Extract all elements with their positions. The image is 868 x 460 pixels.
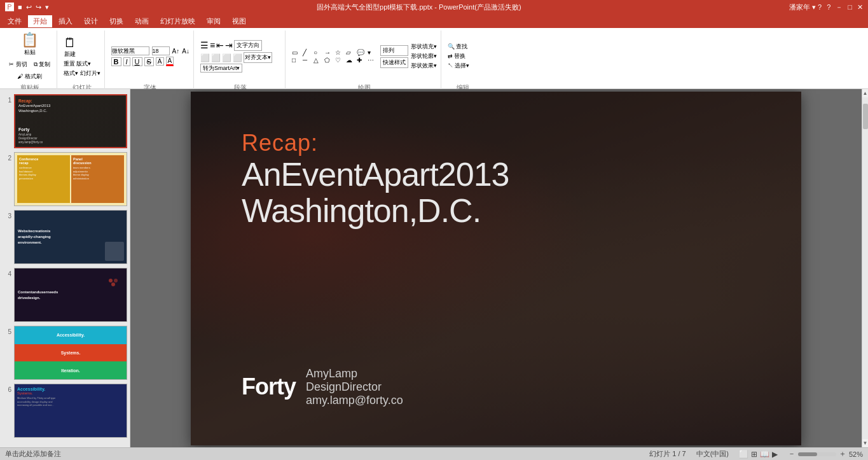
layout-button[interactable]: 版式▾ — [76, 60, 91, 68]
user-info[interactable]: 潘家年 ▾ ? — [789, 3, 822, 12]
clipboard-content: 📋 粘贴 ✂ 剪切 ⧉ 复制 🖌 格式刷 — [6, 31, 53, 82]
canvas-area: Recap: AnEventApart2013 Washington,D.C. … — [130, 89, 862, 447]
view-buttons: ⬜ ⊞ 📖 ▶ — [739, 450, 778, 459]
slide-thumb-1[interactable]: 1 Recap: AnEventApart2013Washington,D.C.… — [3, 94, 127, 148]
list-num-button[interactable]: ≡ — [210, 40, 215, 51]
bold-button[interactable]: B — [111, 57, 121, 66]
align-left-button[interactable]: ⬜ — [200, 53, 210, 62]
find-button[interactable]: 🔍 查找 — [448, 43, 470, 51]
paragraph-content: ☰ ≡ ⇤ ⇥ 文字方向 ⬜ ⬜ ⬜ ⬜ 对齐文本▾ 转为SmartAr — [200, 31, 281, 82]
shape-arrow[interactable]: → — [324, 49, 334, 56]
underline-button[interactable]: U — [132, 57, 142, 66]
scroll-down-arrow[interactable]: ▼ — [863, 440, 868, 446]
smartart-button[interactable]: 转为SmartArt▾ — [200, 64, 243, 73]
strikethrough-button[interactable]: S — [144, 57, 154, 66]
font-family-input[interactable] — [111, 46, 149, 55]
arrange-button[interactable]: 排列 — [380, 45, 408, 56]
svg-point-0 — [109, 279, 113, 282]
shape-penta[interactable]: ⬠ — [324, 57, 334, 64]
list-bullet-button[interactable]: ☰ — [200, 40, 209, 51]
slide-panel: 1 Recap: AnEventApart2013Washington,D.C.… — [0, 89, 130, 447]
zoom-control: － ＋ 52% — [788, 449, 863, 459]
shape-cross[interactable]: ✚ — [357, 57, 367, 64]
scroll-up-arrow[interactable]: ▲ — [863, 90, 868, 96]
font-size-input[interactable] — [152, 46, 170, 55]
align-text-button[interactable]: 对齐文本▾ — [244, 52, 272, 63]
reset-button[interactable]: 重置 — [64, 60, 75, 68]
scroll-track[interactable] — [862, 97, 868, 439]
select-button[interactable]: ↖ 选择▾ — [448, 62, 470, 70]
shape-tri[interactable]: △ — [313, 57, 324, 64]
indent-inc-button[interactable]: ⇥ — [225, 40, 233, 51]
slideshow-view-btn[interactable]: ▶ — [772, 450, 778, 459]
menu-home[interactable]: 开始 — [28, 15, 52, 27]
format-brush-button[interactable]: 🖌 格式刷 — [6, 71, 53, 82]
font-color-button[interactable]: A — [166, 57, 174, 66]
align-right-button[interactable]: ⬜ — [222, 53, 231, 62]
quick-access[interactable]: ■↩↪▾ — [18, 3, 49, 11]
help-btn[interactable]: ? — [827, 3, 830, 11]
menu-view[interactable]: 视图 — [227, 15, 251, 27]
sorter-view-btn[interactable]: ⊞ — [751, 450, 757, 459]
menu-review[interactable]: 审阅 — [202, 15, 226, 27]
shape-star[interactable]: ☆ — [335, 49, 345, 56]
reading-view-btn[interactable]: 📖 — [760, 450, 769, 459]
menu-slideshow[interactable]: 幻灯片放映 — [155, 15, 200, 27]
slide-image-5: Accessibility. Systems. Iteration. — [14, 326, 127, 380]
menu-bar: 文件 开始 插入 设计 切换 动画 幻灯片放映 审阅 视图 — [0, 14, 868, 28]
slide-thumb-3[interactable]: 3 Websitecreationisarapidly-changingenvi… — [3, 210, 127, 264]
zoom-in-btn[interactable]: ＋ — [839, 449, 846, 459]
align-justify-button[interactable]: ⬜ — [233, 53, 242, 62]
copy-button[interactable]: ⧉ 复制 — [31, 59, 53, 70]
slide-thumb-5[interactable]: 5 Accessibility. Systems. Iteration. — [3, 326, 127, 380]
shape-line[interactable]: ╱ — [303, 49, 313, 56]
shape-effect-button[interactable]: 形状效果▾ — [411, 62, 437, 70]
ribbon-group-clipboard: 📋 粘贴 ✂ 剪切 ⧉ 复制 🖌 格式刷 剪贴板 — [3, 31, 57, 95]
main-slide[interactable]: Recap: AnEventApart2013 Washington,D.C. … — [191, 92, 801, 445]
scroll-thumb[interactable] — [863, 104, 868, 129]
quick-style-button[interactable]: 快速样式 — [380, 57, 408, 68]
shape-para[interactable]: ▱ — [346, 49, 356, 56]
menu-file[interactable]: 文件 — [3, 15, 27, 27]
right-scrollbar[interactable]: ▲ ▼ — [862, 89, 868, 447]
close-btn[interactable]: ✕ — [857, 3, 863, 11]
menu-animation[interactable]: 动画 — [130, 15, 154, 27]
new-slide-button[interactable]: 🗒 新建 — [64, 36, 76, 59]
slide-thumb-4[interactable]: 4 Contentanduserneedsdrivedesign. — [3, 268, 127, 322]
shape-heart[interactable]: ♡ — [335, 57, 345, 64]
cut-button[interactable]: ✂ 剪切 — [6, 59, 30, 70]
italic-button[interactable]: I — [123, 57, 130, 66]
slide-num-3: 3 — [3, 210, 11, 220]
shape-more2[interactable]: ⋯ — [368, 57, 378, 64]
text-shadow-button[interactable]: A — [156, 57, 164, 66]
font-size-inc[interactable]: A↑ — [172, 48, 180, 55]
shape-cloud[interactable]: ☁ — [346, 57, 356, 64]
section2-button[interactable]: 幻灯片▾ — [80, 70, 100, 76]
shape-outline-button[interactable]: 形状轮廓▾ — [411, 52, 437, 60]
text-dir-button[interactable]: 文字方向 — [234, 40, 262, 51]
maximize-btn[interactable]: □ — [848, 3, 852, 11]
slide-thumb-2[interactable]: 2 Conferencerecap conferencehad datasett… — [3, 152, 127, 206]
menu-insert[interactable]: 插入 — [53, 15, 78, 27]
section-button[interactable]: 格式▾ — [64, 70, 78, 76]
shape-circle[interactable]: ○ — [313, 49, 324, 56]
align-center-button[interactable]: ⬜ — [211, 53, 221, 62]
title-text: 固外高端大气全图型ppt模板下载.pptx - PowerPoint(产品激活失… — [49, 3, 789, 12]
menu-design[interactable]: 设计 — [79, 15, 103, 27]
shape-rect2[interactable]: □ — [292, 57, 302, 64]
slide-thumb-6[interactable]: 6 Accessibility. Systems. Medium Word by… — [3, 384, 127, 438]
replace-button[interactable]: ⇄ 替换 — [448, 52, 470, 60]
indent-dec-button[interactable]: ⇤ — [216, 40, 224, 51]
shape-rect[interactable]: ▭ — [292, 49, 302, 56]
font-size-dec[interactable]: A↓ — [182, 48, 189, 55]
minimize-btn[interactable]: － — [836, 3, 843, 12]
shape-more[interactable]: ▾ — [368, 49, 378, 56]
shape-callout[interactable]: 💬 — [357, 49, 367, 56]
paste-button[interactable]: 📋 粘贴 — [6, 31, 53, 58]
menu-transition[interactable]: 切换 — [104, 15, 128, 27]
slide-image-4: Contentanduserneedsdrivedesign. — [14, 268, 127, 322]
zoom-out-btn[interactable]: － — [788, 449, 796, 459]
normal-view-btn[interactable]: ⬜ — [739, 450, 748, 459]
shape-line2[interactable]: ─ — [303, 57, 313, 64]
shape-fill-button[interactable]: 形状填充▾ — [411, 43, 437, 51]
